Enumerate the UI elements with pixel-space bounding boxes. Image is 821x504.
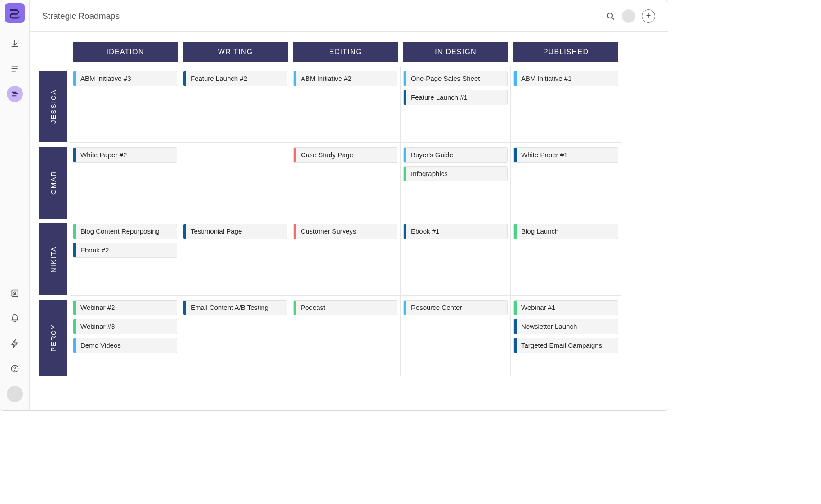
card[interactable]: Ebook #2 <box>73 243 177 258</box>
card-title: Webinar #1 <box>517 301 560 315</box>
card-title: ABM Initiative #1 <box>517 72 576 86</box>
card-title: White Paper #2 <box>76 148 131 162</box>
card[interactable]: White Paper #1 <box>513 147 618 163</box>
help-icon[interactable] <box>7 361 23 377</box>
card[interactable]: Targeted Email Campaigns <box>513 338 618 353</box>
contacts-icon[interactable] <box>7 285 23 301</box>
card-title: Case Study Page <box>296 148 358 162</box>
list-icon[interactable] <box>7 61 23 77</box>
lane-label[interactable]: JESSICA <box>39 71 67 142</box>
sidebar <box>0 0 30 410</box>
board-cell[interactable]: ABM Initiative #1 <box>511 66 621 142</box>
svg-point-0 <box>19 17 19 18</box>
card-title: Feature Launch #1 <box>406 91 472 105</box>
column-header[interactable]: PUBLISHED <box>513 42 618 62</box>
card[interactable]: Webinar #3 <box>73 319 177 334</box>
card-title: Feature Launch #2 <box>186 72 252 86</box>
card-title: Testimonial Page <box>186 225 246 239</box>
column-header[interactable]: WRITING <box>183 42 288 62</box>
board-cell[interactable]: Blog Content RepurposingEbook #2 <box>70 219 180 295</box>
bolt-icon[interactable] <box>7 336 23 352</box>
column-header[interactable]: EDITING <box>293 42 398 62</box>
page-title: Strategic Roadmaps <box>42 11 120 21</box>
card[interactable]: Buyer's Guide <box>403 147 508 163</box>
card-title: Buyer's Guide <box>406 148 458 162</box>
board-cell[interactable] <box>180 142 290 219</box>
card[interactable]: ABM Initiative #1 <box>513 71 618 86</box>
board-cell[interactable]: Webinar #2Webinar #3Demo Videos <box>70 295 180 376</box>
card[interactable]: ABM Initiative #2 <box>293 71 397 86</box>
card[interactable]: Podcast <box>293 300 397 315</box>
card-title: Resource Center <box>406 301 466 315</box>
lane-label[interactable]: PERCY <box>39 300 67 376</box>
board-cell[interactable]: Podcast <box>290 295 401 376</box>
card[interactable]: White Paper #2 <box>73 147 177 163</box>
board-cell[interactable]: Email Content A/B Testing <box>180 295 290 376</box>
board-cell[interactable]: Feature Launch #2 <box>180 66 290 142</box>
column-header[interactable]: IDEATION <box>73 42 178 62</box>
card[interactable]: Infographics <box>403 166 508 181</box>
user-avatar[interactable] <box>7 386 23 402</box>
notifications-icon[interactable] <box>7 310 23 327</box>
card-title: ABM Initiative #3 <box>76 72 136 86</box>
board-cell[interactable]: Testimonial Page <box>180 219 290 295</box>
svg-point-4 <box>15 371 15 371</box>
column-header[interactable]: IN DESIGN <box>403 42 508 62</box>
board-cell[interactable]: Ebook #1 <box>401 219 511 295</box>
board-cell[interactable]: One-Page Sales SheetFeature Launch #1 <box>401 66 511 142</box>
card[interactable]: Case Study Page <box>293 147 397 163</box>
card[interactable]: Demo Videos <box>73 338 177 353</box>
roadmap-icon[interactable] <box>7 86 23 102</box>
card[interactable]: Webinar #2 <box>73 300 177 315</box>
card[interactable]: Webinar #1 <box>513 300 618 315</box>
board-cell[interactable]: Blog Launch <box>511 219 621 295</box>
add-button[interactable]: + <box>642 9 655 23</box>
card[interactable]: Testimonial Page <box>183 224 287 239</box>
svg-point-5 <box>607 13 612 18</box>
board-cell[interactable]: Resource Center <box>401 295 511 376</box>
card[interactable]: Customer Surveys <box>293 224 397 239</box>
lane-label[interactable]: NIKITA <box>39 223 67 295</box>
search-icon[interactable] <box>606 11 616 21</box>
app-logo[interactable] <box>5 3 25 23</box>
import-icon[interactable] <box>7 35 23 52</box>
card[interactable]: Newsletter Launch <box>513 319 618 334</box>
board-cell[interactable]: Webinar #1Newsletter LaunchTargeted Emai… <box>511 295 621 376</box>
card-title: Ebook #2 <box>76 243 113 257</box>
card-title: Infographics <box>406 167 452 181</box>
card[interactable]: Email Content A/B Testing <box>183 300 287 315</box>
card[interactable]: Ebook #1 <box>403 224 508 239</box>
board-cell[interactable]: Case Study Page <box>290 142 401 219</box>
grid-corner <box>39 42 70 66</box>
lane-label[interactable]: OMAR <box>39 147 67 219</box>
topbar: Strategic Roadmaps + <box>30 0 668 32</box>
card[interactable]: ABM Initiative #3 <box>73 71 177 86</box>
card-title: Webinar #3 <box>76 320 119 334</box>
svg-point-2 <box>14 292 16 293</box>
card-title: Email Content A/B Testing <box>186 301 273 315</box>
card-title: Newsletter Launch <box>517 320 581 334</box>
profile-avatar[interactable] <box>622 9 635 23</box>
card-title: ABM Initiative #2 <box>296 72 356 86</box>
card[interactable]: Blog Launch <box>513 224 618 239</box>
card-title: White Paper #1 <box>517 148 572 162</box>
card-title: Ebook #1 <box>406 225 444 239</box>
board: IDEATIONWRITINGEDITINGIN DESIGNPUBLISHED… <box>30 32 668 410</box>
main-area: Strategic Roadmaps + IDEATIONWRITINGEDIT… <box>30 0 668 410</box>
card[interactable]: Resource Center <box>403 300 508 315</box>
card[interactable]: Feature Launch #1 <box>403 90 508 105</box>
board-cell[interactable]: Customer Surveys <box>290 219 401 295</box>
board-cell[interactable]: Buyer's GuideInfographics <box>401 142 511 219</box>
board-cell[interactable]: ABM Initiative #2 <box>290 66 401 142</box>
card-title: Customer Surveys <box>296 225 361 239</box>
card[interactable]: Blog Content Repurposing <box>73 224 177 239</box>
card-title: Demo Videos <box>76 339 125 353</box>
card[interactable]: Feature Launch #2 <box>183 71 287 86</box>
card-title: Blog Content Repurposing <box>76 225 164 239</box>
card[interactable]: One-Page Sales Sheet <box>403 71 508 86</box>
board-cell[interactable]: ABM Initiative #3 <box>70 66 180 142</box>
card-title: Podcast <box>296 301 330 315</box>
board-cell[interactable]: White Paper #1 <box>511 142 621 219</box>
card-title: Targeted Email Campaigns <box>517 339 607 353</box>
board-cell[interactable]: White Paper #2 <box>70 142 180 219</box>
